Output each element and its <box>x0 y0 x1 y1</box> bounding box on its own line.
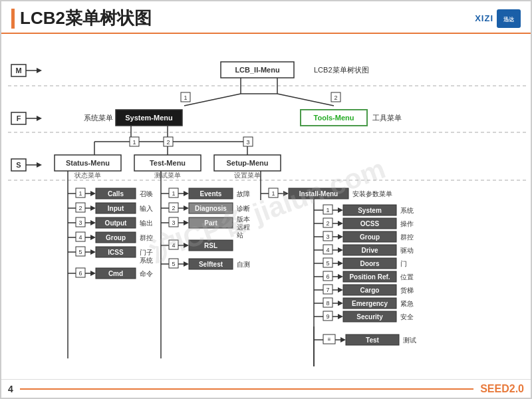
svg-text:4: 4 <box>326 247 329 253</box>
svg-text:Test-Menu: Test-Menu <box>150 159 186 167</box>
svg-text:Calls: Calls <box>108 190 124 198</box>
svg-text:Cargo: Cargo <box>360 287 380 294</box>
diagram-area: 沪ICP备 jialun.com M LCB_II-Menu LCB2菜单树状图 <box>1 34 532 386</box>
svg-text:≡: ≡ <box>328 336 331 342</box>
svg-text:1: 1 <box>132 139 136 146</box>
page-title: LCB2菜单树状图 <box>20 7 152 30</box>
page: LCB2菜单树状图 XIZI 迅达 沪ICP备 jialun.com M <box>0 0 532 399</box>
svg-text:操作: 操作 <box>400 220 414 227</box>
svg-text:4: 4 <box>78 234 82 241</box>
svg-text:5: 5 <box>78 249 82 255</box>
svg-text:Position Ref.: Position Ref. <box>349 273 390 281</box>
svg-text:紧急: 紧急 <box>400 300 414 307</box>
svg-text:9: 9 <box>326 313 329 320</box>
svg-text:故障: 故障 <box>237 190 250 198</box>
svg-line-15 <box>184 94 241 106</box>
svg-text:门子: 门子 <box>140 249 153 256</box>
svg-text:5: 5 <box>326 260 329 267</box>
seed-label: SEED2.0 <box>480 383 524 395</box>
svg-marker-61 <box>90 191 96 196</box>
svg-marker-46 <box>37 162 42 168</box>
svg-text:Group: Group <box>106 234 126 241</box>
svg-text:自测: 自测 <box>237 261 250 268</box>
svg-marker-153 <box>283 191 289 196</box>
svg-text:驱动: 驱动 <box>400 247 414 254</box>
svg-text:Output: Output <box>105 219 127 227</box>
svg-marker-119 <box>184 205 189 211</box>
logo-icon: 迅达 <box>497 9 521 28</box>
svg-text:1: 1 <box>78 190 82 197</box>
svg-marker-170 <box>338 221 343 226</box>
svg-marker-137 <box>184 243 189 248</box>
header: LCB2菜单树状图 XIZI 迅达 <box>1 1 531 34</box>
svg-text:7: 7 <box>326 287 329 293</box>
svg-marker-234 <box>340 337 346 342</box>
logo-xizi: XIZI <box>475 13 493 23</box>
svg-text:6: 6 <box>326 273 329 280</box>
svg-marker-111 <box>184 191 189 196</box>
svg-text:2: 2 <box>334 94 337 101</box>
svg-text:1: 1 <box>172 190 175 197</box>
svg-text:2: 2 <box>326 220 329 227</box>
svg-marker-8 <box>37 68 42 73</box>
svg-text:命令: 命令 <box>140 270 153 277</box>
bottom-bar: 4 SEED2.0 <box>1 379 531 398</box>
svg-text:2: 2 <box>166 139 170 146</box>
svg-text:测试菜单: 测试菜单 <box>154 172 181 179</box>
svg-text:安装参数菜单: 安装参数菜单 <box>352 190 392 198</box>
svg-text:System-Menu: System-Menu <box>125 114 173 122</box>
svg-text:Emergency: Emergency <box>352 300 388 307</box>
svg-text:3: 3 <box>78 219 82 226</box>
svg-text:输出: 输出 <box>140 219 153 227</box>
svg-text:Status-Menu: Status-Menu <box>66 159 110 167</box>
svg-text:F: F <box>17 114 21 122</box>
svg-text:2: 2 <box>172 205 175 211</box>
svg-marker-24 <box>37 116 42 121</box>
svg-marker-144 <box>184 261 189 267</box>
svg-text:召唤: 召唤 <box>140 190 153 198</box>
svg-marker-178 <box>338 234 343 239</box>
svg-text:RSL: RSL <box>204 242 217 249</box>
svg-marker-210 <box>338 287 343 293</box>
svg-text:6: 6 <box>78 270 82 277</box>
svg-text:Events: Events <box>200 190 222 198</box>
svg-marker-102 <box>90 271 96 276</box>
svg-text:设置菜单: 设置菜单 <box>234 172 261 179</box>
svg-marker-194 <box>338 261 343 266</box>
svg-text:Selftest: Selftest <box>199 261 223 268</box>
svg-text:Doors: Doors <box>360 260 380 267</box>
svg-text:安全: 安全 <box>400 313 414 321</box>
svg-text:OCSS: OCSS <box>360 220 380 227</box>
svg-text:3: 3 <box>172 219 175 226</box>
svg-marker-218 <box>338 301 343 306</box>
svg-text:2: 2 <box>78 205 82 211</box>
svg-text:群控: 群控 <box>140 234 153 241</box>
svg-marker-186 <box>338 247 343 253</box>
title-accent <box>11 9 15 29</box>
svg-text:S: S <box>16 161 21 169</box>
svg-text:Group: Group <box>360 233 380 241</box>
svg-text:3: 3 <box>246 139 249 146</box>
svg-text:8: 8 <box>326 300 329 307</box>
svg-text:Setup-Menu: Setup-Menu <box>227 159 269 167</box>
svg-text:5: 5 <box>172 261 175 267</box>
svg-text:LCB2菜单树状图: LCB2菜单树状图 <box>314 66 369 74</box>
svg-text:远程: 远程 <box>237 223 250 231</box>
svg-marker-93 <box>90 249 96 255</box>
svg-text:输入: 输入 <box>140 205 153 212</box>
svg-text:系统菜单: 系统菜单 <box>84 114 113 122</box>
svg-text:M: M <box>15 66 21 74</box>
svg-text:1: 1 <box>271 190 275 197</box>
svg-text:Tools-Menu: Tools-Menu <box>314 114 354 122</box>
svg-text:位置: 位置 <box>400 273 414 281</box>
svg-text:工具菜单: 工具菜单 <box>372 114 402 122</box>
svg-text:1: 1 <box>184 94 187 101</box>
svg-marker-162 <box>338 207 343 213</box>
svg-text:1: 1 <box>326 207 329 213</box>
svg-text:Cmd: Cmd <box>108 270 123 277</box>
svg-text:Input: Input <box>108 205 124 212</box>
svg-marker-69 <box>90 205 96 211</box>
svg-text:站: 站 <box>237 231 243 239</box>
svg-text:Security: Security <box>356 313 383 321</box>
svg-marker-226 <box>338 314 343 319</box>
